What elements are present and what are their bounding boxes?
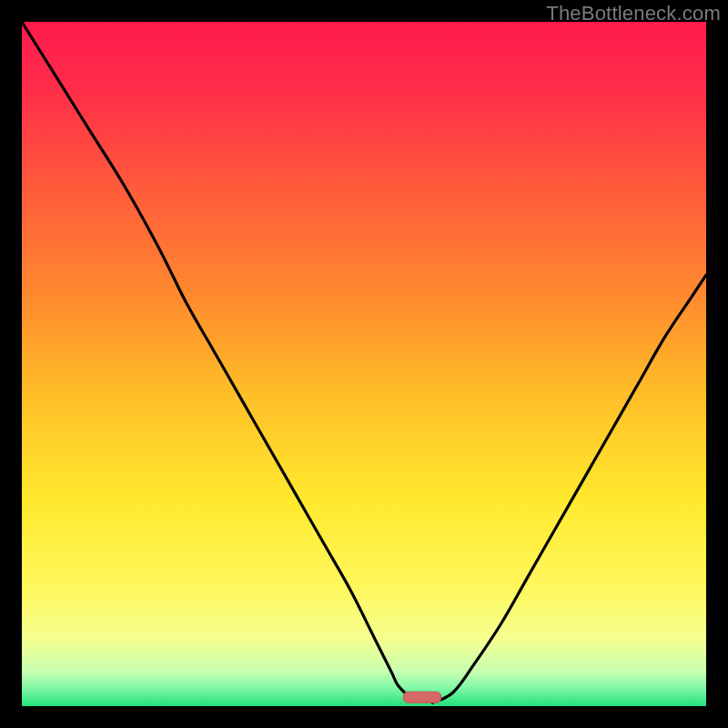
gradient-background	[22, 22, 706, 706]
plot-area	[22, 22, 706, 706]
chart-container: TheBottleneck.com	[0, 0, 728, 728]
chart-svg	[22, 22, 706, 706]
minimum-marker	[403, 692, 440, 703]
